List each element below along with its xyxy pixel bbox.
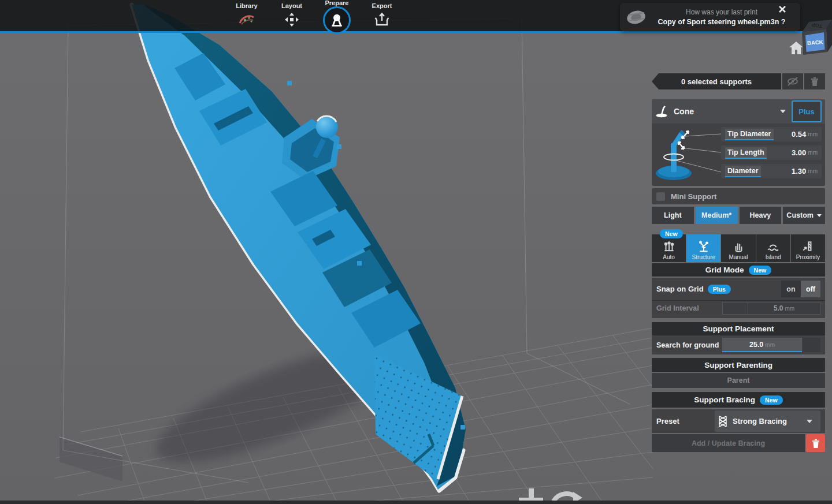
grid-interval-label: Grid Interval	[656, 304, 699, 312]
density-custom-button[interactable]: Custom	[783, 207, 825, 224]
bracing-preset-row: Preset Strong Bracing	[652, 409, 825, 433]
add-update-bracing-button[interactable]: Add / Update Bracing	[652, 434, 805, 452]
tab-library[interactable]: Library	[228, 0, 266, 32]
grid-interval-stepper	[723, 303, 748, 314]
grid-interval-number: 5.0	[774, 304, 783, 312]
mode-tab-auto-label: Auto	[663, 254, 675, 260]
notification-filename: Copy of Sport steering wheel.pm3n ?	[648, 18, 796, 26]
support-type-dropdown[interactable]: Cone Plus	[652, 99, 825, 124]
snap-toggle: on off	[781, 281, 820, 297]
hide-supports-button[interactable]	[782, 73, 803, 89]
grid-mode-card: Snap on Grid Plus on off Grid Interval 5…	[652, 278, 825, 318]
snap-plus-badge: Plus	[708, 285, 731, 294]
mini-support-row: Mini Support	[652, 188, 825, 204]
print-thumbnail	[625, 7, 648, 28]
chevron-down-icon	[817, 214, 822, 217]
close-icon[interactable]	[778, 5, 788, 14]
snap-on-grid-label: Snap on Grid	[656, 285, 704, 293]
diameter-field[interactable]: Diameter 1.30 mm	[721, 164, 822, 178]
tab-export[interactable]: Export	[363, 0, 401, 32]
mode-tab-proximity[interactable]: Proximity	[791, 234, 825, 262]
manual-icon	[732, 240, 745, 253]
prepare-support-icon	[329, 13, 344, 28]
grid-interval-input[interactable]: 5.0mm	[722, 302, 820, 315]
density-heavy-button[interactable]: Heavy	[740, 207, 782, 224]
island-icon	[767, 240, 779, 253]
search-for-ground-input[interactable]: 25.0mm	[722, 338, 802, 352]
grid-mode-title: Grid Mode	[705, 266, 744, 274]
snap-on-grid-row: Snap on Grid Plus on off	[652, 278, 825, 300]
mode-tab-structure[interactable]: Structure	[686, 234, 720, 262]
tip-diameter-field[interactable]: Tip Diameter 0.54 mm	[721, 127, 822, 141]
grid-mode-header: Grid Mode New	[652, 263, 825, 277]
diameter-unit: mm	[808, 168, 818, 174]
grid-interval-row: Grid Interval 5.0mm	[652, 300, 825, 315]
layout-move-icon	[284, 12, 299, 27]
search-for-ground-label: Search for ground	[656, 341, 719, 349]
support-placement-title: Support Placement	[703, 324, 774, 333]
tip-diameter-unit: mm	[808, 131, 818, 137]
tip-length-field[interactable]: Tip Length 3.00 mm	[721, 145, 822, 160]
snap-on-button[interactable]: on	[781, 281, 801, 297]
mode-tab-manual[interactable]: Manual	[721, 234, 755, 262]
chevron-down-icon	[807, 420, 812, 423]
bracing-preset-value: Strong Bracing	[733, 417, 801, 425]
notification-text: How was your last print Copy of Sport st…	[648, 8, 796, 26]
density-light-button[interactable]: Light	[652, 207, 694, 224]
eye-slash-icon	[787, 77, 798, 86]
mini-support-label: Mini Support	[671, 192, 716, 201]
bracing-preset-dropdown[interactable]: Strong Bracing	[715, 410, 820, 432]
bracing-apply-row: Add / Update Bracing	[652, 434, 825, 452]
mode-tab-structure-label: Structure	[692, 254, 716, 260]
print-feedback-notification[interactable]: How was your last print Copy of Sport st…	[620, 3, 800, 31]
supports-panel: 0 selected supports	[652, 73, 825, 452]
cone-support-icon	[655, 105, 669, 118]
bottom-bar	[0, 501, 832, 504]
support-type-card: Cone Plus	[652, 99, 825, 186]
mode-tab-manual-label: Manual	[729, 254, 748, 260]
density-selector: Light Medium* Heavy Custom	[652, 207, 825, 224]
home-view-icon[interactable]	[789, 42, 803, 54]
diameter-value[interactable]: 1.30	[792, 167, 806, 176]
auto-icon	[663, 240, 675, 253]
density-medium-button[interactable]: Medium*	[696, 207, 738, 224]
parent-button[interactable]: Parent	[652, 373, 825, 388]
diameter-label: Diameter	[725, 166, 761, 177]
tab-export-label: Export	[372, 2, 392, 9]
delete-bracing-button[interactable]	[806, 434, 825, 452]
trash-icon	[812, 439, 820, 448]
mode-tab-auto[interactable]: Auto	[652, 234, 686, 262]
tip-length-unit: mm	[808, 150, 818, 156]
tip-diameter-value[interactable]: 0.54	[792, 130, 806, 139]
support-parameters: Tip Diameter 0.54 mm Tip Length 3.00 mm …	[652, 124, 825, 186]
trash-icon	[811, 77, 819, 86]
selected-supports-count: 0 selected supports	[652, 73, 781, 89]
support-bracing-header: Support Bracing New	[652, 392, 825, 408]
support-parameter-fields: Tip Diameter 0.54 mm Tip Length 3.00 mm …	[721, 127, 822, 181]
auto-new-badge: New	[660, 229, 683, 238]
notification-title: How was your last print	[648, 8, 796, 16]
mode-tab-proximity-label: Proximity	[796, 254, 820, 260]
mini-support-checkbox[interactable]	[656, 192, 665, 201]
grid-interval-unit: mm	[785, 305, 795, 312]
support-parenting-title: Support Parenting	[704, 361, 772, 369]
tab-layout[interactable]: Layout	[273, 0, 311, 32]
proximity-icon	[801, 240, 814, 253]
mode-tab-island[interactable]: Island	[756, 234, 790, 262]
selected-supports-header: 0 selected supports	[652, 73, 825, 89]
tab-prepare-label: Prepare	[325, 0, 349, 6]
snap-off-button[interactable]: off	[801, 281, 820, 297]
delete-supports-button[interactable]	[804, 73, 825, 89]
tab-prepare[interactable]: Prepare	[318, 0, 356, 32]
support-mode-plus-button[interactable]: Plus	[792, 100, 822, 122]
export-icon	[374, 12, 389, 27]
grid-mode-new-badge: New	[749, 266, 772, 275]
chevron-down-icon	[780, 110, 786, 113]
support-placement-card: Search for ground 25.0mm	[652, 335, 825, 354]
bracing-preset-label: Preset	[656, 417, 679, 425]
density-custom-label: Custom	[786, 211, 814, 219]
tip-length-value[interactable]: 3.00	[792, 148, 806, 157]
app-window: Library Layout	[0, 0, 832, 504]
prepare-active-circle	[323, 6, 351, 34]
view-cube[interactable]: TOP BACK	[798, 13, 832, 57]
